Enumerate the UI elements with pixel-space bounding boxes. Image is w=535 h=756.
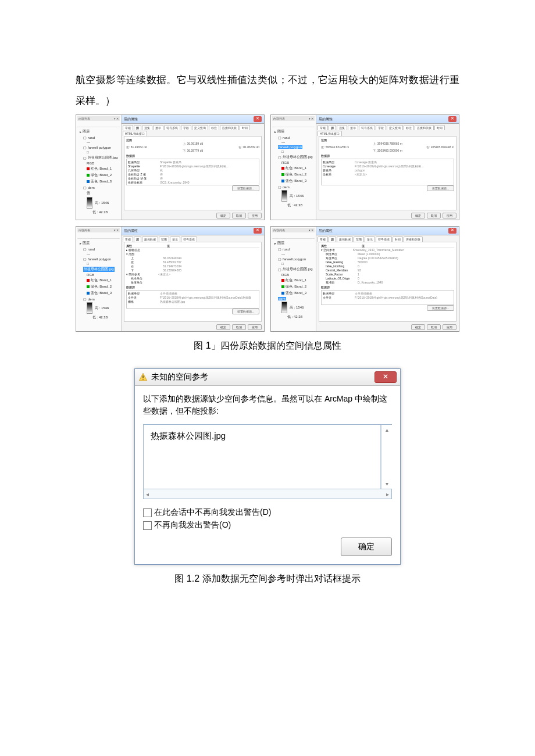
dialog-title-text: 未知的空间参考	[151, 372, 208, 382]
dialog-title: 层的属性	[124, 117, 138, 122]
toc-raster[interactable]: ▢ 外祖母林公园图.jpg	[77, 155, 120, 161]
apply-button[interactable]: 应用	[248, 213, 262, 218]
close-icon[interactable]: ✕	[254, 116, 262, 122]
figure-caption-1: 图 1」四份原始数据的空间信息属性	[76, 340, 459, 352]
close-icon[interactable]: ✕	[448, 228, 456, 234]
cancel-button[interactable]: 取消	[232, 213, 246, 218]
svg-rect-2	[142, 379, 143, 379]
toc-dem[interactable]: ▢ dem	[77, 185, 120, 190]
checkbox-session-warn[interactable]	[143, 508, 152, 517]
paragraph: 航空摄影等连续数据。它与双线性插值法类似；不过，它运用较大的矩阵对数据进行重采样…	[76, 70, 459, 111]
layer-props-panel-2: 内容列表▾ ✕ ▸ 图层 ▢ road — farwell polygon □ …	[270, 114, 459, 220]
ok-button[interactable]: 确定	[216, 213, 230, 218]
close-icon[interactable]: ✕	[448, 116, 456, 122]
checkbox-label: 不再向我发出警告(O)	[154, 520, 231, 531]
figure-caption-2: 图 1.2 添加数据无空间参考时弹出对话框提示	[76, 573, 459, 585]
toc-farwell[interactable]: ▢ farwell polygon	[77, 145, 120, 150]
toc-pane: 内容列表▾ ✕ ▸ 图层 ▢ road — ▢ farwell polygon …	[76, 115, 122, 220]
set-datasource-button[interactable]: 设置数据源...	[232, 185, 259, 191]
ok-button[interactable]: 确定	[341, 538, 392, 556]
close-icon[interactable]: ✕	[374, 371, 397, 383]
scrollbar-horizontal[interactable]: ◂▸	[143, 489, 392, 499]
unknown-spatial-ref-dialog: 未知的空间参考 ✕ 以下添加的数据源缺少空间参考信息。虽然可以在 ArcMap …	[134, 368, 401, 565]
dialog-message: 以下添加的数据源缺少空间参考信息。虽然可以在 ArcMap 中绘制这些数据，但不…	[143, 393, 392, 417]
scrollbar-vertical[interactable]: ▴▾	[381, 425, 392, 489]
checkbox-label: 在此会话中不再向我发出警告(D)	[154, 507, 271, 518]
close-icon[interactable]: ✕	[254, 228, 262, 234]
layer-props-panel-3: 内容列表▾ ✕ ▸ 图层 ▢ road — ▢ farwell polygon …	[76, 226, 265, 332]
tab-strip[interactable]: 常规源选集显示符号系统字段定义查询标注连接和关联时间HTML弹出窗口	[122, 124, 264, 136]
svg-rect-1	[142, 376, 143, 379]
missing-sr-list: 热振森林公园图.jpg ▴▾	[143, 424, 392, 489]
list-item[interactable]: 热振森林公园图.jpg	[151, 431, 373, 442]
toc-road[interactable]: ▢ road	[77, 135, 120, 140]
warning-icon	[138, 372, 148, 382]
layer-props-panel-1: 内容列表▾ ✕ ▸ 图层 ▢ road — ▢ farwell polygon …	[76, 114, 265, 220]
checkbox-global-warn[interactable]	[143, 521, 152, 530]
toc-root[interactable]: ▸ 图层	[77, 128, 120, 135]
layer-props-panel-4: 内容列表▾ ✕ ▸ 图层 ▢ road — ▢ farwell polygon …	[270, 226, 459, 332]
